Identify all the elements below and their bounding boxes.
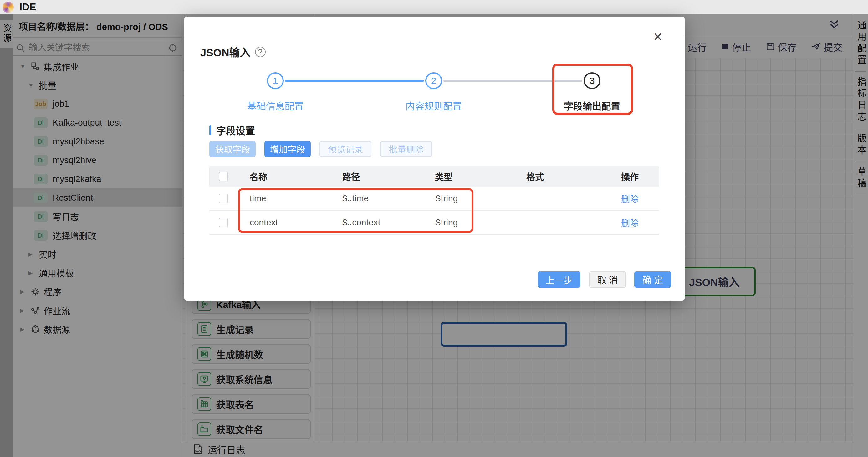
step-2-circle: 2 <box>425 72 442 89</box>
cancel-button[interactable]: 取 消 <box>589 271 626 288</box>
fetch-fields-button[interactable]: 获取字段 <box>209 141 256 157</box>
app-title: IDE <box>20 1 36 13</box>
step-1-circle: 1 <box>267 72 284 89</box>
col-header-format: 格式 <box>517 170 612 183</box>
step-1-label[interactable]: 基础信息配置 <box>219 99 332 112</box>
annotation-box-rows <box>238 188 473 233</box>
step-2-label[interactable]: 内容规则配置 <box>377 99 490 112</box>
col-header-type: 类型 <box>426 170 517 183</box>
preview-records-button[interactable]: 预览记录 <box>319 141 371 157</box>
table-header-row: 名称 路径 类型 格式 操作 <box>209 166 659 187</box>
field-settings-title: 字段设置 <box>216 123 255 137</box>
add-field-button[interactable]: 增加字段 <box>265 141 311 157</box>
top-app-bar: IDE <box>0 0 868 14</box>
col-header-path: 路径 <box>333 170 426 183</box>
row-checkbox[interactable] <box>219 194 228 203</box>
confirm-button[interactable]: 确 定 <box>634 271 671 288</box>
annotation-box-step3 <box>552 64 633 115</box>
delete-link[interactable]: 删除 <box>612 216 659 229</box>
select-all-checkbox[interactable] <box>219 172 228 181</box>
col-header-action: 操作 <box>612 170 659 183</box>
help-icon[interactable] <box>255 47 266 57</box>
json-input-dialog: JSON输入 ✕ 1 2 3 基础信息配置 内容规则配置 字段输出配置 字段设置… <box>184 17 685 301</box>
step-connector-1-2 <box>285 80 424 82</box>
delete-link[interactable]: 删除 <box>612 192 659 205</box>
close-icon[interactable]: ✕ <box>653 31 663 43</box>
dialog-title: JSON输入 <box>200 44 251 59</box>
app-logo-icon <box>2 2 14 13</box>
batch-delete-button[interactable]: 批量删除 <box>380 141 432 157</box>
col-header-name: 名称 <box>240 170 333 183</box>
row-checkbox[interactable] <box>219 218 228 227</box>
section-accent-bar <box>209 125 211 135</box>
prev-step-button[interactable]: 上一步 <box>538 271 581 288</box>
